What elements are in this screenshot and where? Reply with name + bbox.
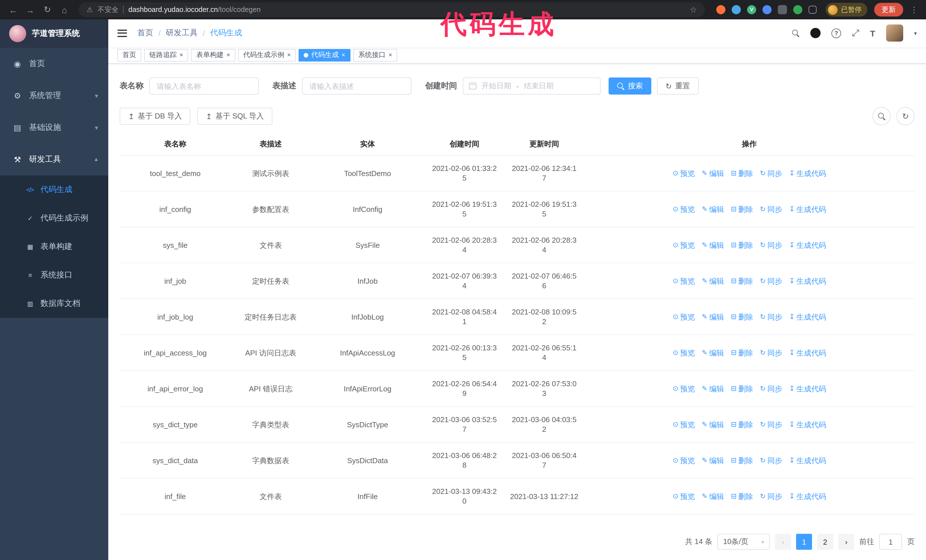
edit-link[interactable]: ✎编辑 xyxy=(702,205,724,214)
extension-icon-5[interactable] xyxy=(778,5,787,14)
delete-link[interactable]: ⊟删除 xyxy=(731,420,753,430)
extension-icon-1[interactable] xyxy=(716,5,725,14)
chevron-down-icon[interactable]: ▾ xyxy=(914,30,917,36)
sync-link[interactable]: ↻同步 xyxy=(760,456,782,465)
preview-link[interactable]: ⊙预览 xyxy=(673,384,695,394)
breadcrumb-tools[interactable]: 研发工具 xyxy=(166,28,198,38)
close-icon[interactable]: × xyxy=(227,52,230,58)
table-desc-input[interactable] xyxy=(302,77,412,95)
sync-link[interactable]: ↻同步 xyxy=(760,420,782,430)
extension-icon-4[interactable] xyxy=(763,5,772,14)
next-page-button[interactable]: › xyxy=(838,534,854,550)
table-name-input[interactable] xyxy=(149,77,259,95)
generate-link[interactable]: ↧生成代码 xyxy=(789,205,826,214)
sidebar-subitem[interactable]: ✓代码生成示例 xyxy=(0,204,108,232)
sync-link[interactable]: ↻同步 xyxy=(760,240,782,250)
github-icon[interactable] xyxy=(810,28,820,38)
breadcrumb-home[interactable]: 首页 xyxy=(137,28,153,38)
delete-link[interactable]: ⊟删除 xyxy=(731,348,753,358)
edit-link[interactable]: ✎编辑 xyxy=(702,169,724,178)
preview-link[interactable]: ⊙预览 xyxy=(673,348,695,358)
logo[interactable]: 芋道管理系统 xyxy=(0,20,108,48)
help-icon[interactable]: ? xyxy=(831,29,841,38)
edit-link[interactable]: ✎编辑 xyxy=(702,240,724,250)
security-label[interactable]: 不安全 xyxy=(97,5,119,15)
prev-page-button[interactable]: ‹ xyxy=(775,534,791,550)
sidebar-item[interactable]: ◉首页 xyxy=(0,48,108,80)
vue-devtools-extension-icon[interactable]: V xyxy=(747,5,756,14)
back-icon[interactable]: ← xyxy=(6,5,21,15)
font-size-icon[interactable]: T xyxy=(870,29,875,38)
sidebar-subitem[interactable]: ▦表单构建 xyxy=(0,232,108,261)
extension-icon-6[interactable] xyxy=(793,5,802,14)
tab-2[interactable]: 链路追踪× xyxy=(144,49,188,62)
delete-link[interactable]: ⊟删除 xyxy=(731,384,753,394)
import-sql-button[interactable]: ↥ 基于 SQL 导入 xyxy=(197,108,272,125)
search-icon[interactable] xyxy=(792,30,799,37)
user-avatar[interactable] xyxy=(886,25,903,42)
sidebar-subitem[interactable]: </>代码生成 xyxy=(0,175,108,204)
delete-link[interactable]: ⊟删除 xyxy=(731,205,753,214)
preview-link[interactable]: ⊙预览 xyxy=(673,456,695,465)
paused-badge[interactable]: 已暂停 xyxy=(826,3,867,17)
search-button[interactable]: 搜索 xyxy=(608,77,651,95)
generate-link[interactable]: ↧生成代码 xyxy=(789,312,826,322)
delete-link[interactable]: ⊟删除 xyxy=(731,276,753,286)
sync-link[interactable]: ↻同步 xyxy=(760,276,782,286)
address-bar[interactable]: ⚠ 不安全 dashboard.yudao.iocoder.cn/tool/co… xyxy=(79,2,705,17)
goto-page-input[interactable] xyxy=(879,534,902,550)
edit-link[interactable]: ✎编辑 xyxy=(702,384,724,394)
preview-link[interactable]: ⊙预览 xyxy=(673,205,695,214)
delete-link[interactable]: ⊟删除 xyxy=(731,492,753,501)
sidebar-item[interactable]: ▤基础设施▾ xyxy=(0,112,108,143)
date-range-picker[interactable]: 开始日期 - 结束日期 xyxy=(463,77,601,95)
browser-menu-icon[interactable]: ⋮ xyxy=(910,5,918,14)
tab-3[interactable]: 表单构建× xyxy=(191,49,235,62)
edit-link[interactable]: ✎编辑 xyxy=(702,492,724,501)
sidebar-item[interactable]: ⚒研发工具▾ xyxy=(0,143,108,175)
close-icon[interactable]: × xyxy=(287,52,291,58)
sync-link[interactable]: ↻同步 xyxy=(760,205,782,214)
edit-link[interactable]: ✎编辑 xyxy=(702,348,724,358)
preview-link[interactable]: ⊙预览 xyxy=(673,420,695,430)
fullscreen-icon[interactable]: ⤢ xyxy=(852,28,859,38)
page-button-2[interactable]: 2 xyxy=(817,534,833,550)
generate-link[interactable]: ↧生成代码 xyxy=(789,169,826,178)
sidebar-subitem[interactable]: ▥数据库文档 xyxy=(0,290,108,318)
delete-link[interactable]: ⊟删除 xyxy=(731,169,753,178)
edit-link[interactable]: ✎编辑 xyxy=(702,312,724,322)
sidebar-item[interactable]: ⚙系统管理▾ xyxy=(0,80,108,112)
edit-link[interactable]: ✎编辑 xyxy=(702,456,724,465)
delete-link[interactable]: ⊟删除 xyxy=(731,240,753,250)
update-button[interactable]: 更新 xyxy=(874,3,903,17)
close-icon[interactable]: × xyxy=(180,52,183,58)
page-button-1[interactable]: 1 xyxy=(796,534,812,550)
generate-link[interactable]: ↧生成代码 xyxy=(789,492,826,501)
tab-4[interactable]: 代码生成示例× xyxy=(238,49,296,62)
sync-link[interactable]: ↻同步 xyxy=(760,348,782,358)
generate-link[interactable]: ↧生成代码 xyxy=(789,384,826,394)
edit-link[interactable]: ✎编辑 xyxy=(702,276,724,286)
reset-button[interactable]: ↻ 重置 xyxy=(657,77,699,95)
generate-link[interactable]: ↧生成代码 xyxy=(789,420,826,430)
tab-6[interactable]: 系统接口× xyxy=(353,49,398,62)
preview-link[interactable]: ⊙预览 xyxy=(673,276,695,286)
sync-link[interactable]: ↻同步 xyxy=(760,492,782,501)
tab-5[interactable]: 代码生成× xyxy=(299,49,351,62)
preview-link[interactable]: ⊙预览 xyxy=(673,169,695,178)
delete-link[interactable]: ⊟删除 xyxy=(731,456,753,465)
close-icon[interactable]: × xyxy=(389,52,392,58)
generate-link[interactable]: ↧生成代码 xyxy=(789,276,826,286)
import-db-button[interactable]: ↥ 基于 DB 导入 xyxy=(120,108,190,125)
hamburger-icon[interactable] xyxy=(117,30,127,37)
tab-1[interactable]: 首页 xyxy=(117,49,141,62)
sync-link[interactable]: ↻同步 xyxy=(760,169,782,178)
page-size-select[interactable]: 10条/页 ▾ xyxy=(717,534,770,550)
sync-link[interactable]: ↻同步 xyxy=(760,312,782,322)
refresh-table-button[interactable]: ↻ xyxy=(896,107,915,125)
home-icon[interactable]: ⌂ xyxy=(57,5,72,15)
sidebar-subitem[interactable]: ≡系统接口 xyxy=(0,261,108,290)
delete-link[interactable]: ⊟删除 xyxy=(731,312,753,322)
generate-link[interactable]: ↧生成代码 xyxy=(789,348,826,358)
puzzle-extensions-icon[interactable] xyxy=(809,6,817,14)
